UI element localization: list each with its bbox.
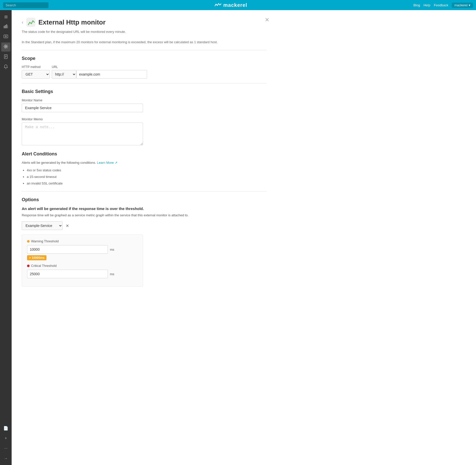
- threshold-box: Warning Threshold ms > 10000ms Critical …: [22, 235, 143, 287]
- svg-rect-0: [4, 26, 5, 28]
- warning-threshold-label: Warning Threshold: [27, 239, 138, 243]
- svg-rect-3: [8, 25, 8, 28]
- sidebar-item-docs[interactable]: 📄: [1, 424, 10, 433]
- top-nav-links: Blog Help Feedback mackerel ▾: [413, 3, 473, 8]
- alert-conditions-section: Alert Conditions Alerts will be generate…: [22, 151, 267, 187]
- alert-condition-2: a 15-second timeout: [27, 174, 267, 180]
- critical-threshold-input[interactable]: [27, 270, 108, 278]
- critical-dot: [27, 265, 30, 267]
- warning-dot: [27, 240, 30, 243]
- sidebar-item-more[interactable]: ···: [1, 444, 10, 453]
- feedback-link[interactable]: Feedback: [434, 3, 448, 7]
- monitor-memo-label: Monitor Memo: [22, 117, 267, 121]
- alert-conditions-title: Alert Conditions: [22, 151, 267, 157]
- clear-service-button[interactable]: ✕: [65, 223, 70, 229]
- reports-icon: [3, 54, 8, 60]
- sidebar-item-graph[interactable]: [1, 22, 10, 31]
- scope-row: HTTP method GET POST PUT DELETE URL http: [22, 65, 267, 79]
- back-button[interactable]: ‹: [22, 20, 23, 25]
- alert-condition-3: an invalid SSL certificate: [27, 180, 267, 187]
- divider-3: [22, 191, 267, 192]
- url-input[interactable]: [76, 70, 147, 79]
- monitor-name-group: Monitor Name: [22, 98, 267, 112]
- blog-link[interactable]: Blog: [413, 3, 420, 7]
- http-method-field: HTTP method GET POST PUT DELETE: [22, 65, 50, 79]
- sidebar: ⊞: [0, 10, 12, 465]
- divider-1: [22, 50, 267, 50]
- critical-threshold-input-row: ms: [27, 270, 138, 278]
- content-area: ‹ External Http monitor ✕ The status cod…: [12, 10, 476, 465]
- sidebar-item-alerts[interactable]: [1, 63, 10, 72]
- sidebar-bottom: 📄 + ··· →: [1, 424, 10, 463]
- panel: ‹ External Http monitor ✕ The status cod…: [12, 10, 277, 297]
- critical-threshold-label: Critical Threshold: [27, 264, 138, 268]
- svg-rect-1: [5, 25, 6, 28]
- divider-2: [22, 83, 267, 83]
- critical-threshold-unit: ms: [110, 272, 114, 276]
- sidebar-item-hosts[interactable]: [1, 32, 10, 41]
- alert-conditions-list: 4xx or 5xx status codes a 15-second time…: [22, 167, 267, 187]
- user-name: mackerel: [454, 3, 468, 7]
- service-select-row: Example-Service ✕: [22, 221, 267, 230]
- hosts-icon: [3, 34, 8, 40]
- basic-settings-section: Basic Settings Monitor Name Monitor Memo: [22, 89, 267, 146]
- svg-rect-4: [4, 35, 8, 38]
- chevron-down-icon: ▾: [469, 3, 470, 7]
- monitor-name-label: Monitor Name: [22, 98, 267, 102]
- services-icon: [3, 44, 8, 50]
- url-field: URL http:// https://: [52, 65, 147, 79]
- dashboard-icon: ⊞: [4, 14, 8, 19]
- critical-threshold-row: Critical Threshold ms: [27, 264, 138, 278]
- sidebar-item-expand[interactable]: →: [1, 454, 10, 463]
- options-alert-desc: Response time will be graphed as a servi…: [22, 213, 267, 218]
- options-alert-title: An alert will be generated if the respon…: [22, 206, 267, 211]
- more-icon: ···: [4, 446, 7, 451]
- search-input[interactable]: [3, 2, 49, 8]
- warning-threshold-unit: ms: [110, 248, 114, 251]
- monitor-memo-input[interactable]: [22, 123, 143, 145]
- sidebar-item-dashboard[interactable]: ⊞: [1, 12, 10, 21]
- monitor-memo-group: Monitor Memo: [22, 117, 267, 146]
- expand-icon: →: [4, 456, 8, 461]
- sidebar-item-add[interactable]: +: [1, 434, 10, 443]
- warning-threshold-badge: > 10000ms: [27, 255, 46, 260]
- http-method-label: HTTP method: [22, 65, 50, 69]
- add-icon: +: [5, 436, 7, 440]
- top-nav: mackerel Blog Help Feedback mackerel ▾: [0, 0, 476, 10]
- panel-subtitle-2: In the Standard plan, if the maximum 20 …: [22, 40, 267, 45]
- panel-subtitle-1: The status code for the designated URL w…: [22, 29, 267, 35]
- alert-conditions-text: Alerts will be generated by the followin…: [22, 161, 96, 165]
- scope-title: Scope: [22, 56, 267, 61]
- warning-threshold-text: Warning Threshold: [31, 239, 59, 243]
- panel-header: ‹ External Http monitor: [22, 18, 267, 27]
- docs-icon: 📄: [3, 426, 8, 431]
- url-input-group: http:// https://: [52, 70, 147, 79]
- sidebar-item-services[interactable]: [1, 42, 10, 52]
- monitor-icon: [26, 18, 35, 27]
- alert-condition-1: 4xx or 5xx status codes: [27, 167, 267, 174]
- url-protocol-select[interactable]: http:// https://: [52, 70, 76, 79]
- logo: mackerel: [49, 2, 413, 8]
- main-layout: ⊞: [0, 10, 476, 465]
- monitor-name-input[interactable]: [22, 104, 143, 112]
- sidebar-item-reports[interactable]: [1, 53, 10, 62]
- service-select[interactable]: Example-Service: [22, 221, 63, 230]
- user-menu[interactable]: mackerel ▾: [452, 3, 473, 8]
- url-label: URL: [52, 65, 147, 69]
- svg-point-5: [5, 36, 7, 37]
- http-method-select[interactable]: GET POST PUT DELETE: [22, 70, 50, 79]
- svg-rect-2: [6, 24, 7, 28]
- panel-title: External Http monitor: [38, 18, 106, 26]
- help-link[interactable]: Help: [423, 3, 430, 7]
- basic-settings-title: Basic Settings: [22, 89, 267, 94]
- close-button[interactable]: ✕: [265, 17, 269, 23]
- options-section: Options An alert will be generated if th…: [22, 197, 267, 287]
- critical-threshold-text: Critical Threshold: [31, 264, 57, 268]
- options-title: Options: [22, 197, 267, 202]
- logo-text: mackerel: [223, 2, 247, 8]
- warning-threshold-input-row: ms: [27, 245, 138, 254]
- svg-point-6: [5, 46, 7, 47]
- warning-threshold-input[interactable]: [27, 245, 108, 254]
- learn-more-link[interactable]: Learn More ↗: [97, 161, 117, 165]
- warning-threshold-row: Warning Threshold ms > 10000ms: [27, 239, 138, 260]
